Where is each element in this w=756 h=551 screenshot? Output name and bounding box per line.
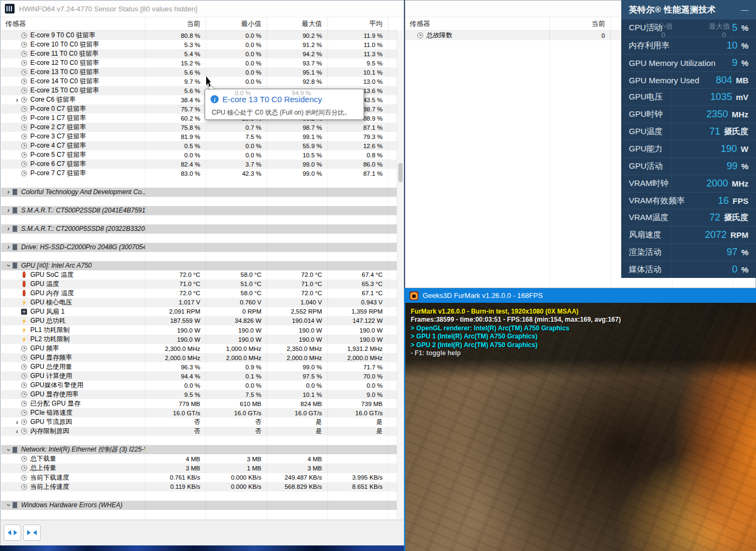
sensor-row[interactable]: ›GPU 节流原因否否是是 — [1, 417, 398, 427]
device-icon — [12, 502, 17, 508]
chevron-collapsed-icon[interactable]: › — [4, 244, 12, 250]
bolt-icon — [21, 318, 27, 324]
sensor-row[interactable]: 总上传量3 MB1 MB3 MB — [1, 463, 398, 473]
sensor-group-row[interactable]: ›Drive: HS-SSD-C2000Pro 2048G (30070540.… — [1, 243, 398, 252]
sensor-row[interactable]: E-core 13 T0 C0 驻留率5.6 %0.0 %95.1 %10.1 … — [1, 68, 398, 77]
chevron-collapsed-icon[interactable]: › — [4, 225, 12, 232]
ghost-max-value: 0 — [722, 31, 726, 39]
gauge-icon — [21, 42, 27, 48]
osd-line: > GPU 2 (Intel(R) Arc(TM) A750 Graphics) — [411, 341, 621, 349]
chevron-expanded-icon[interactable]: › — [5, 501, 12, 509]
column-header[interactable]: 当前 — [549, 17, 610, 30]
metric-unit: MB — [736, 76, 748, 85]
spacer-row — [1, 234, 398, 243]
sensor-row[interactable]: P-core 6 C7 驻留率82.4 %3.7 %99.0 %86.0 % — [1, 160, 398, 169]
sensor-group-row[interactable]: ›S.M.A.R.T.: CT2000P5SSD8 (20322B332045) — [1, 224, 398, 234]
sensor-row[interactable]: PL1 功耗限制190.0 W190.0 W190.0 W190.0 W — [1, 326, 398, 335]
sensor-label: GPU 温度 — [30, 280, 59, 289]
sensor-value: 190.0 W — [206, 335, 267, 344]
column-header[interactable]: 最大值 — [267, 17, 327, 30]
sensor-value: 3.995 KB/s — [327, 473, 388, 482]
gauge-icon — [21, 69, 27, 75]
sensor-row[interactable]: GPU SoC 温度72.0 °C58.0 °C72.0 °C67.4 °C — [1, 270, 398, 280]
expand-columns-button[interactable] — [4, 525, 21, 541]
gauge-icon — [21, 401, 27, 407]
sensor-value: 0 RPM — [206, 307, 267, 316]
sensor-row[interactable]: GPU 显存频率2,000.0 MHz2,000.0 MHz2,000.0 MH… — [1, 353, 398, 362]
column-header[interactable]: 最小值 — [206, 17, 267, 30]
sensor-row[interactable]: GPU 频率2,300.0 MHz1,000.0 MHz2,350.0 MHz1… — [1, 344, 398, 353]
sensor-value: 2,300.0 MHz — [145, 344, 206, 353]
sensor-label: GPU 内存 温度 — [30, 289, 74, 298]
sensor-row[interactable]: P-core 4 C7 驻留率0.5 %0.0 %55.9 %12.6 % — [1, 141, 398, 150]
sensor-value: 147.122 W — [327, 316, 388, 326]
sensor-row[interactable]: P-core 5 C7 驻留率0.0 %0.0 %10.5 %0.8 % — [1, 150, 398, 160]
chevron-collapsed-icon[interactable]: › — [4, 189, 12, 195]
sensor-row[interactable]: E-core 11 T0 C0 驻留率5.4 %0.0 %94.2 %11.3 … — [1, 49, 398, 58]
sensor-row[interactable]: E-core 14 T0 C0 驻留率9.7 %0.0 %92.8 %13.0 … — [1, 77, 398, 86]
sensor-row[interactable]: 已分配 GPU 显存779 MB610 MB824 MB739 MB — [1, 399, 398, 408]
column-header[interactable]: 传感器 — [1, 17, 145, 30]
sensor-value: 3 MB — [267, 463, 327, 473]
scrollbar-thumb[interactable] — [398, 163, 403, 182]
bolt-icon — [21, 327, 27, 333]
gauge-icon — [21, 456, 27, 462]
sensor-row[interactable]: 当前上传速度0.119 KB/s0.000 KB/s568.829 KB/s8.… — [1, 482, 398, 492]
column-header[interactable]: 平均 — [327, 17, 388, 30]
sensor-row[interactable]: P-core 7 C7 驻留率83.0 %42.3 %99.0 %87.1 % — [1, 169, 398, 178]
sensor-value: 0.8 % — [327, 150, 388, 160]
sensor-row[interactable]: GPU 总使用量96.3 %0.9 %99.0 %71.7 % — [1, 362, 398, 371]
column-header[interactable]: 当前 — [145, 17, 206, 30]
chevron-collapsed-icon[interactable]: › — [13, 97, 21, 103]
intel-metric-row: VRAM温度72摄氏度 — [621, 209, 756, 226]
sensor-row[interactable]: 总下载量4 MB3 MB4 MB — [1, 454, 398, 463]
sensor-value: 0.0 % — [267, 381, 327, 390]
sensor-row[interactable]: 当前下载速度0.761 KB/s0.000 KB/s249.487 KB/s3.… — [1, 473, 398, 482]
sensor-group-row[interactable]: ›S.M.A.R.T.: CT500P2SSD8 (2041E4B75915) — [1, 206, 398, 215]
sensor-row[interactable]: GPU 显存使用率9.5 %7.5 %10.1 %9.0 % — [1, 390, 398, 399]
sensor-row[interactable]: P-core 2 C7 驻留率75.8 %0.7 %98.7 %87.1 % — [1, 123, 398, 132]
sensor-row[interactable]: GPU 核心电压1.017 V0.760 V1.040 V0.943 V — [1, 298, 398, 307]
sensor-row[interactable]: GPU 温度71.0 °C51.0 °C71.0 °C65.3 °C — [1, 280, 398, 289]
sensor-row[interactable]: GPU媒体引擎使用0.0 %0.0 %0.0 %0.0 % — [1, 381, 398, 390]
gauge-icon — [21, 382, 27, 388]
sensor-row[interactable]: PCIe 链路速度16.0 GT/s16.0 GT/s16.0 GT/s16.0… — [1, 408, 398, 417]
sensor-row[interactable]: GPU 计算使用94.4 %0.1 %97.5 %70.0 % — [1, 371, 398, 381]
minimize-button[interactable]: — — [741, 6, 748, 14]
sensor-label: GPU 总使用量 — [30, 362, 72, 371]
sensor-value: 0.0 % — [206, 68, 267, 77]
sensor-group-row[interactable]: ›Colorful Technology And Development Co.… — [1, 188, 398, 197]
spacer-row — [1, 436, 398, 445]
sensor-label: P-core 6 C7 驻留率 — [30, 160, 86, 169]
sensor-group-row[interactable]: ›Windows Hardware Errors (WHEA) — [1, 501, 398, 510]
gauge-icon — [21, 170, 27, 176]
device-icon — [12, 244, 17, 250]
chevron-collapsed-icon[interactable]: › — [13, 428, 21, 435]
sensor-label: E-core 11 T0 C0 驻留率 — [30, 49, 98, 58]
gauge-icon — [21, 106, 27, 112]
sensor-label: GPU 核心电压 — [30, 298, 72, 307]
sensor-row[interactable]: E-core 10 T0 C0 驻留率5.3 %0.0 %91.2 %11.0 … — [1, 40, 398, 49]
collapse-columns-button[interactable] — [23, 525, 41, 541]
sensor-row[interactable]: GPU 风扇 12,091 RPM0 RPM2,552 RPM1,359 RPM — [1, 307, 398, 316]
sensor-row[interactable]: GPU 总功耗187.559 W34.826 W190.014 W147.122… — [1, 316, 398, 326]
sensor-value: 93.7 % — [267, 58, 327, 68]
gauge-icon — [21, 161, 27, 167]
chevron-collapsed-icon[interactable]: › — [13, 419, 21, 426]
sensor-row[interactable]: E-core 12 T0 C0 驻留率15.2 %0.0 %93.7 %9.5 … — [1, 58, 398, 68]
sensor-group-row[interactable]: ›GPU [#0]: Intel Arc A750 — [1, 261, 398, 270]
sensor-value: 249.487 KB/s — [267, 473, 327, 482]
sensor-value: 15.2 % — [145, 58, 206, 68]
chevron-expanded-icon[interactable]: › — [5, 446, 12, 454]
column-header[interactable]: 传感器 — [405, 17, 549, 30]
vertical-scrollbar[interactable] — [397, 31, 403, 519]
chevron-expanded-icon[interactable]: › — [5, 262, 12, 270]
sensor-row[interactable]: GPU 内存 温度72.0 °C58.0 °C72.0 °C67.1 °C — [1, 289, 398, 298]
sensor-row[interactable]: E-core 9 T0 C0 驻留率80.8 %0.0 %90.2 %11.9 … — [1, 31, 398, 40]
sensor-value: 否 — [206, 417, 267, 427]
sensor-row[interactable]: P-core 3 C7 驻留率81.9 %7.5 %99.1 %79.3 % — [1, 132, 398, 141]
chevron-collapsed-icon[interactable]: › — [4, 207, 12, 214]
sensor-row[interactable]: PL2 功耗限制190.0 W190.0 W190.0 W190.0 W — [1, 335, 398, 344]
sensor-row[interactable]: ›内存限制原因否否是是 — [1, 427, 398, 436]
sensor-group-row[interactable]: ›Network: Intel(R) Ethernet 控制器 (3) I225… — [1, 445, 398, 454]
